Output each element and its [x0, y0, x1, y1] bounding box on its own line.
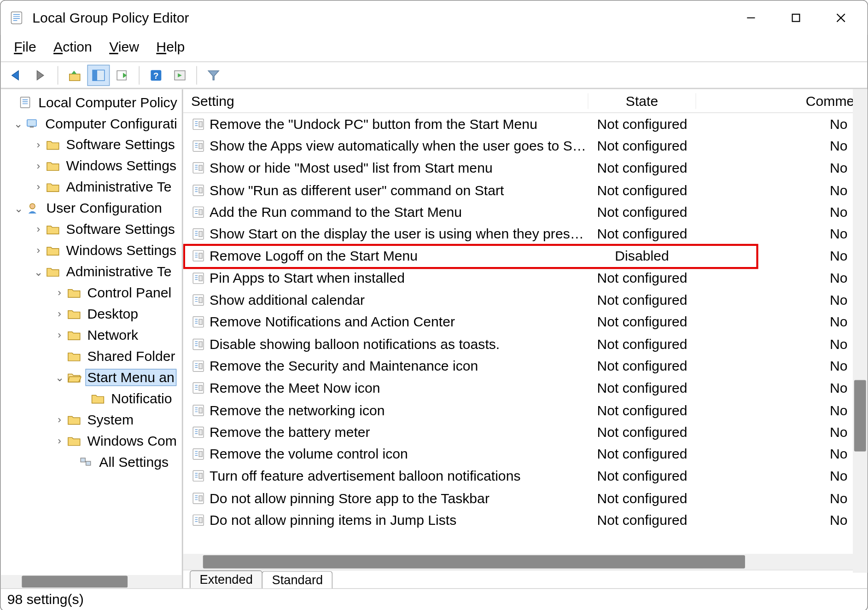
- show-hide-tree-button[interactable]: [87, 64, 110, 86]
- collapse-icon[interactable]: ⌄: [53, 371, 65, 383]
- setting-state: Not configured: [588, 468, 696, 484]
- scrollbar-thumb[interactable]: [854, 380, 866, 451]
- tree-desktop[interactable]: › Desktop: [3, 303, 182, 325]
- collapse-icon[interactable]: ⌄: [12, 117, 24, 130]
- expand-icon[interactable]: ›: [32, 160, 44, 172]
- tab-extended[interactable]: Extended: [190, 570, 262, 588]
- tree-cc-windows[interactable]: › Windows Settings: [3, 155, 182, 176]
- column-comment[interactable]: Commen: [696, 93, 868, 109]
- expand-icon[interactable]: ›: [32, 223, 44, 235]
- setting-name: Show "Run as different user" command on …: [210, 182, 588, 198]
- tree-all-settings[interactable]: All Settings: [3, 452, 182, 473]
- svg-rect-64: [199, 275, 202, 280]
- setting-comment: No: [696, 116, 868, 132]
- user-icon: [26, 202, 41, 214]
- tree-user-config[interactable]: ⌄ User Configuration: [3, 198, 182, 219]
- setting-row[interactable]: Show "Run as different user" command on …: [183, 179, 868, 201]
- setting-row[interactable]: Add the Run command to the Start MenuNot…: [183, 201, 868, 223]
- setting-state: Not configured: [588, 270, 696, 286]
- help-button[interactable]: ?: [145, 64, 167, 86]
- setting-state: Not configured: [588, 292, 696, 308]
- setting-name: Turn off feature advertisement balloon n…: [210, 468, 588, 484]
- column-setting[interactable]: Setting: [183, 93, 588, 109]
- expand-icon[interactable]: ›: [53, 308, 65, 320]
- expand-icon[interactable]: ›: [32, 139, 44, 151]
- tree-uc-admin[interactable]: ⌄ Administrative Te: [3, 261, 182, 282]
- tree-computer-config[interactable]: ⌄ Computer Configurati: [3, 113, 182, 134]
- collapse-icon[interactable]: ⌄: [32, 265, 44, 278]
- tree-uc-windows[interactable]: › Windows Settings: [3, 240, 182, 261]
- menubar: File Action View Help: [0, 35, 867, 62]
- setting-row[interactable]: Show or hide "Most used" list from Start…: [183, 157, 868, 179]
- export-button[interactable]: [111, 64, 134, 86]
- expand-icon[interactable]: ›: [53, 329, 65, 341]
- refresh-button[interactable]: [169, 64, 191, 86]
- menu-action[interactable]: Action: [53, 39, 92, 55]
- settings-list[interactable]: Remove the "Undock PC" button from the S…: [183, 113, 868, 554]
- column-state[interactable]: State: [588, 93, 696, 109]
- policy-item-icon: [191, 293, 206, 308]
- setting-row[interactable]: Pin Apps to Start when installedNot conf…: [183, 267, 868, 289]
- menu-file[interactable]: File: [14, 39, 36, 55]
- tree-windows-components[interactable]: › Windows Com: [3, 430, 182, 452]
- tree-view[interactable]: Local Computer Policy ⌄ Computer Configu…: [0, 89, 181, 575]
- folder-icon: [67, 287, 82, 299]
- policy-item-icon: [191, 469, 206, 483]
- setting-row[interactable]: Remove the volume control iconNot config…: [183, 443, 868, 465]
- setting-row[interactable]: Do not allow pinning items in Jump Lists…: [183, 509, 868, 531]
- tree-root[interactable]: Local Computer Policy: [3, 92, 182, 113]
- tree-network[interactable]: › Network: [3, 325, 182, 346]
- tree-uc-software[interactable]: › Software Settings: [3, 219, 182, 240]
- setting-row[interactable]: Turn off feature advertisement balloon n…: [183, 465, 868, 487]
- tree-cc-admin[interactable]: › Administrative Te: [3, 176, 182, 198]
- policy-item-icon: [191, 359, 206, 373]
- setting-state: Not configured: [588, 226, 696, 242]
- setting-row[interactable]: Disable showing balloon notifications as…: [183, 333, 868, 355]
- setting-row[interactable]: Remove the battery meterNot configuredNo: [183, 421, 868, 443]
- setting-row[interactable]: Show Start on the display the user is us…: [183, 223, 868, 245]
- expand-icon[interactable]: ›: [53, 414, 65, 426]
- expand-icon[interactable]: ›: [32, 244, 44, 256]
- setting-row[interactable]: Remove the Security and Maintenance icon…: [183, 355, 868, 377]
- setting-state: Not configured: [588, 358, 696, 374]
- minimize-button[interactable]: [728, 5, 774, 31]
- menu-help[interactable]: Help: [156, 39, 185, 55]
- setting-row[interactable]: Remove the networking iconNot configured…: [183, 399, 868, 421]
- tree-notifications[interactable]: Notificatio: [3, 388, 182, 409]
- collapse-icon[interactable]: ⌄: [12, 202, 24, 215]
- svg-rect-44: [199, 187, 202, 192]
- tree-horizontal-scrollbar[interactable]: [0, 575, 181, 588]
- setting-row[interactable]: Show additional calendarNot configuredNo: [183, 289, 868, 311]
- maximize-button[interactable]: [774, 5, 819, 31]
- setting-row[interactable]: Show the Apps view automatically when th…: [183, 135, 868, 157]
- tab-standard[interactable]: Standard: [262, 571, 333, 588]
- filter-button[interactable]: [202, 64, 225, 86]
- tree-system[interactable]: › System: [3, 409, 182, 430]
- scrollbar-thumb[interactable]: [22, 575, 128, 587]
- tree-shared-folders[interactable]: Shared Folder: [3, 346, 182, 367]
- tree-cc-software[interactable]: › Software Settings: [3, 134, 182, 155]
- forward-button[interactable]: [30, 64, 52, 86]
- tree-start-menu[interactable]: ⌄ Start Menu an: [3, 367, 182, 388]
- scrollbar-thumb[interactable]: [203, 555, 745, 569]
- setting-row[interactable]: Remove Logoff on the Start MenuDisabledN…: [183, 245, 868, 267]
- setting-row[interactable]: Remove Notifications and Action CenterNo…: [183, 311, 868, 333]
- setting-name: Remove the "Undock PC" button from the S…: [210, 116, 588, 132]
- menu-view[interactable]: View: [109, 39, 139, 55]
- expand-icon[interactable]: ›: [53, 435, 65, 447]
- setting-row[interactable]: Remove the Meet Now iconNot configuredNo: [183, 377, 868, 399]
- svg-rect-89: [199, 385, 202, 390]
- settings-horizontal-scrollbar[interactable]: [183, 554, 868, 569]
- up-button[interactable]: [64, 64, 86, 86]
- back-button[interactable]: [6, 64, 29, 86]
- tree-control-panel[interactable]: › Control Panel: [3, 282, 182, 303]
- setting-row[interactable]: Remove the "Undock PC" button from the S…: [183, 113, 868, 135]
- expand-icon[interactable]: ›: [32, 181, 44, 193]
- close-button[interactable]: [818, 5, 863, 31]
- policy-item-icon: [191, 315, 206, 330]
- svg-rect-114: [199, 495, 202, 500]
- vertical-scrollbar[interactable]: [853, 89, 868, 572]
- setting-row[interactable]: Do not allow pinning Store app to the Ta…: [183, 487, 868, 509]
- expand-icon[interactable]: ›: [53, 287, 65, 299]
- folder-open-icon: [67, 372, 82, 383]
